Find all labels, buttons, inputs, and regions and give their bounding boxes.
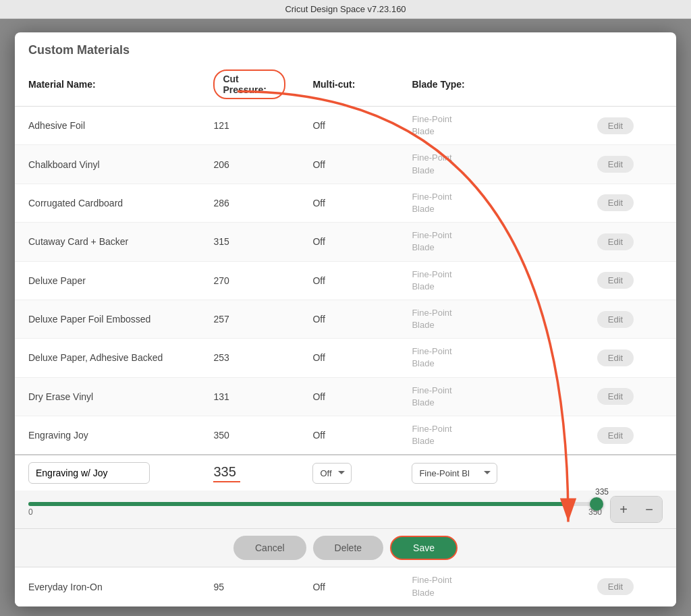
title-bar: Cricut Design Space v7.23.160 xyxy=(0,0,691,19)
col-header-blade: Blade Type: xyxy=(398,63,583,107)
multicut-value: Off xyxy=(299,223,398,261)
slider-wrapper: 335 0 350 + − xyxy=(28,496,663,523)
material-name: Adhesive Foil xyxy=(15,107,200,145)
edit-button[interactable]: Edit xyxy=(597,427,634,444)
edit-button[interactable]: Edit xyxy=(597,311,634,328)
edit-button[interactable]: Edit xyxy=(597,194,634,211)
multicut-select[interactable]: Off2x3x xyxy=(312,463,352,484)
slider-labels: 0 350 xyxy=(28,507,602,517)
material-name: Deluxe Paper, Adhesive Backed xyxy=(15,339,200,377)
multicut-value: Off xyxy=(299,261,398,300)
edit-button[interactable]: Edit xyxy=(597,349,634,366)
table-header-row: Material Name: Cut Pressure: Multi-cut: … xyxy=(15,63,676,107)
edit-button[interactable]: Edit xyxy=(597,156,634,173)
row-action: Edit xyxy=(584,567,676,606)
material-name-input[interactable] xyxy=(28,462,150,484)
multicut-value: Off xyxy=(299,107,398,145)
edit-button[interactable]: Edit xyxy=(597,388,634,405)
app-title: Cricut Design Space v7.23.160 xyxy=(285,4,406,14)
edit-button[interactable]: Edit xyxy=(597,117,634,134)
header-text: Custom Materials xyxy=(28,43,130,57)
material-name: Deluxe Paper xyxy=(15,261,200,300)
material-name: Engraving Joy xyxy=(15,416,200,455)
edit-button[interactable]: Edit xyxy=(597,233,634,250)
pressure-underline xyxy=(213,481,240,482)
edit-name-cell xyxy=(15,455,200,491)
action-buttons: Cancel Delete Save xyxy=(28,536,663,560)
cut-pressure-highlight: Cut Pressure: xyxy=(213,69,285,99)
editing-material-row: 335Off2x3xFine-Point BlDeep Point BlBond… xyxy=(15,455,676,491)
table-row: Deluxe Paper Foil Embossed257OffFine-Poi… xyxy=(15,300,676,338)
table-row: Deluxe Paper, Adhesive Backed253OffFine-… xyxy=(15,339,676,377)
cut-pressure: 315 xyxy=(200,223,299,261)
blade-type: Fine-PointBlade xyxy=(398,145,583,184)
cut-pressure: 270 xyxy=(200,261,299,300)
minus-button[interactable]: − xyxy=(636,497,662,522)
table-row: Everyday Iron-On95OffFine-PointBladeEdit xyxy=(15,567,676,606)
table-row: Cutaway Card + Backer315OffFine-PointBla… xyxy=(15,223,676,261)
plus-button[interactable]: + xyxy=(611,497,636,522)
multicut-value: Off xyxy=(299,145,398,184)
row-action: Edit xyxy=(584,184,676,222)
col-header-multicut: Multi-cut: xyxy=(299,63,398,107)
multicut-value: Off xyxy=(299,377,398,416)
row-action: Edit xyxy=(584,107,676,145)
row-action: Edit xyxy=(584,416,676,455)
blade-type: Fine-PointBlade xyxy=(398,107,583,145)
row-action: Edit xyxy=(584,377,676,416)
modal-header: Custom Materials xyxy=(15,32,676,63)
edit-button[interactable]: Edit xyxy=(597,272,634,289)
material-name: Cutaway Card + Backer xyxy=(15,223,200,261)
slider-row: 335 0 350 + − xyxy=(15,491,676,529)
row-action: Edit xyxy=(584,300,676,338)
cut-pressure: 286 xyxy=(200,184,299,222)
multicut-value: Off xyxy=(299,300,398,338)
blade-type: Fine-PointBlade xyxy=(398,377,583,416)
cut-pressure: 257 xyxy=(200,300,299,338)
table-row: Deluxe Paper270OffFine-PointBladeEdit xyxy=(15,261,676,300)
col-header-name: Material Name: xyxy=(15,63,200,107)
blade-type: Fine-PointBlade xyxy=(398,339,583,377)
cut-pressure: 350 xyxy=(200,416,299,455)
blade-type: Fine-PointBlade xyxy=(398,184,583,222)
save-button[interactable]: Save xyxy=(390,536,458,560)
cut-pressure: 95 xyxy=(200,567,299,606)
pressure-value: 335 xyxy=(213,464,285,480)
cut-pressure: 131 xyxy=(200,377,299,416)
slider-min-label: 0 xyxy=(28,507,33,517)
blade-type: Fine-PointBlade xyxy=(398,300,583,338)
cut-pressure: 253 xyxy=(200,339,299,377)
table-row: Chalkboard Vinyl206OffFine-PointBladeEdi… xyxy=(15,145,676,184)
plus-minus-controls: + − xyxy=(610,496,663,523)
edit-button[interactable]: Edit xyxy=(597,578,634,595)
slider-container[interactable]: 335 0 350 xyxy=(28,502,602,517)
action-buttons-row: Cancel Delete Save xyxy=(15,529,676,567)
material-name: Chalkboard Vinyl xyxy=(15,145,200,184)
slider-above-label: 335 xyxy=(595,487,609,497)
blade-type: Fine-PointBlade xyxy=(398,261,583,300)
multicut-value: Off xyxy=(299,416,398,455)
blade-type: Fine-PointBlade xyxy=(398,567,583,606)
col-header-action xyxy=(584,63,676,107)
action-buttons-cell: Cancel Delete Save xyxy=(15,529,676,567)
table-row: Dry Erase Vinyl131OffFine-PointBladeEdit xyxy=(15,377,676,416)
row-action: Edit xyxy=(584,223,676,261)
cut-pressure: 121 xyxy=(200,107,299,145)
blade-type-select[interactable]: Fine-Point BlDeep Point BlBonded Fab Bl xyxy=(412,463,497,484)
edit-pressure-cell: 335 xyxy=(200,455,299,491)
delete-button[interactable]: Delete xyxy=(313,536,383,560)
material-name: Corrugated Cardboard xyxy=(15,184,200,222)
material-name: Deluxe Paper Foil Embossed xyxy=(15,300,200,338)
table-row: Adhesive Foil121OffFine-PointBladeEdit xyxy=(15,107,676,145)
row-action: Edit xyxy=(584,339,676,377)
row-action: Edit xyxy=(584,145,676,184)
cut-pressure: 206 xyxy=(200,145,299,184)
multicut-value: Off xyxy=(299,339,398,377)
row-action: Edit xyxy=(584,261,676,300)
multicut-value: Off xyxy=(299,567,398,606)
blade-type: Fine-PointBlade xyxy=(398,223,583,261)
table-row: Corrugated Cardboard286OffFine-PointBlad… xyxy=(15,184,676,222)
material-name: Dry Erase Vinyl xyxy=(15,377,200,416)
blade-type: Fine-PointBlade xyxy=(398,416,583,455)
cancel-button[interactable]: Cancel xyxy=(233,536,306,560)
